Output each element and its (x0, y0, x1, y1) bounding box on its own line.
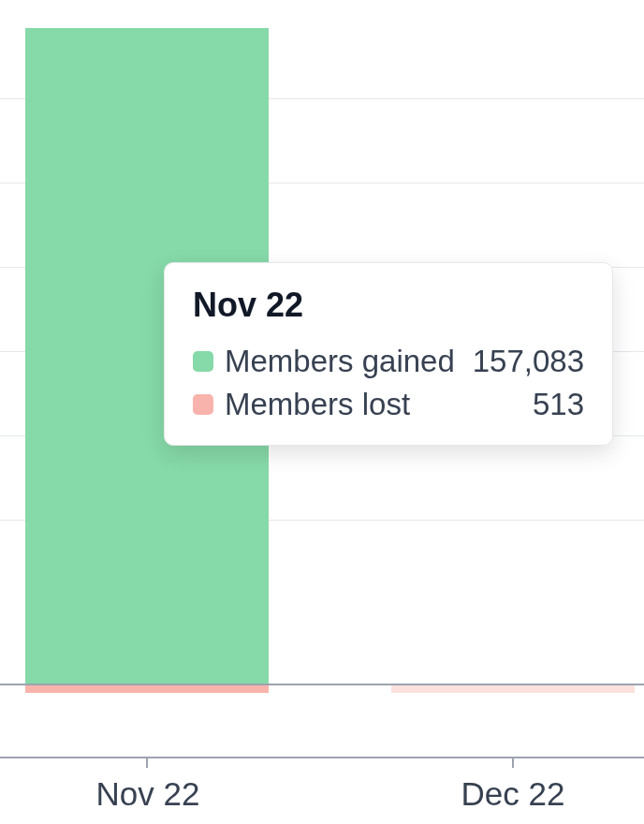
chart-plot-area: Nov 22 Members gained 157,083 Members lo… (0, 0, 644, 693)
tooltip-row-gained: Members gained 157,083 (193, 344, 584, 379)
tooltip-label-lost: Members lost (225, 387, 410, 422)
swatch-gained-icon (193, 351, 213, 372)
tooltip-value-lost: 513 (533, 387, 584, 422)
swatch-lost-icon (193, 394, 213, 415)
x-axis-tick (146, 757, 148, 768)
tooltip-title: Nov 22 (193, 286, 584, 325)
tooltip-value-gained: 157,083 (473, 344, 584, 379)
x-axis-tick (512, 757, 514, 768)
x-axis-label: Nov 22 (96, 775, 200, 813)
chart-tooltip: Nov 22 Members gained 157,083 Members lo… (164, 262, 613, 446)
x-axis-label: Dec 22 (461, 775, 565, 813)
x-axis-line (0, 757, 644, 758)
tooltip-label-gained: Members gained (225, 344, 455, 379)
tooltip-row-lost: Members lost 513 (193, 387, 584, 422)
chart-baseline (0, 684, 644, 685)
